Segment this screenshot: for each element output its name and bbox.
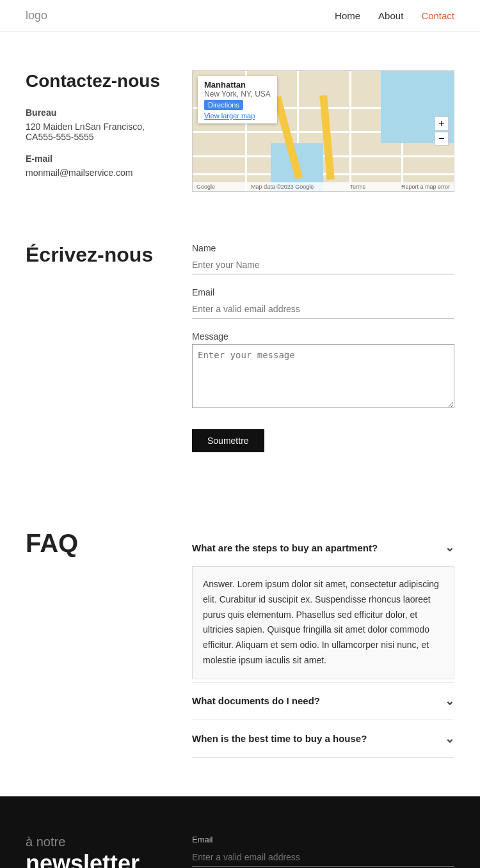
faq-title: FAQ [26, 529, 166, 558]
map-zoom-out[interactable]: − [435, 132, 449, 146]
message-textarea[interactable] [192, 344, 454, 408]
name-label: Name [192, 243, 454, 253]
newsletter-form: Email Soumettre [192, 835, 454, 868]
newsletter-small-label: à notre [26, 835, 166, 849]
map-larger-link[interactable]: View larger map [204, 112, 271, 120]
faq-question-3-text: When is the best time to buy a house? [192, 733, 367, 744]
faq-item-2: What documents do I need? ⌄ [192, 683, 454, 720]
map-zoom-controls: + − [435, 116, 449, 146]
contact-form: Name Email Message Soumettre [192, 243, 454, 452]
faq-question-1-text: What are the steps to buy an apartment? [192, 542, 378, 553]
contact-submit-button[interactable]: Soumettre [192, 429, 264, 452]
map-footer: Google Map data ©2023 Google Terms Repor… [193, 182, 454, 191]
map-terms[interactable]: Terms [349, 184, 365, 190]
email-group: Email [192, 287, 454, 319]
map-directions-btn[interactable]: Directions [204, 100, 243, 110]
contact-info: Contactez-nous Bureau 120 Maiden LnSan F… [26, 70, 166, 189]
name-input[interactable] [192, 256, 454, 274]
message-label: Message [192, 331, 454, 342]
map-info-box: Manhattan New York, NY, USA Directions V… [198, 76, 277, 123]
faq-question-2-text: What documents do I need? [192, 695, 320, 706]
logo: logo [26, 9, 47, 22]
faq-chevron-3-icon: ⌄ [445, 732, 454, 746]
map-data-label: Map data ©2023 Google [251, 184, 314, 190]
faq-answer-1: Answer. Lorem ipsum dolor sit amet, cons… [192, 566, 454, 679]
newsletter-section: à notre newsletter Email Soumettre [0, 796, 480, 868]
map-zoom-in[interactable]: + [435, 116, 449, 130]
email-field-input[interactable] [192, 300, 454, 319]
email-value: monmail@mailservice.com [26, 168, 166, 178]
email-field-label: Email [192, 287, 454, 297]
map-google-label: Google [196, 184, 215, 190]
nav-about[interactable]: About [378, 10, 403, 21]
faq-chevron-1-icon: ⌄ [445, 541, 454, 555]
faq-chevron-2-icon: ⌄ [445, 694, 454, 708]
write-section: Écrivez-nous Name Email Message Soumettr… [0, 217, 480, 491]
message-group: Message [192, 331, 454, 410]
faq-question-1[interactable]: What are the steps to buy an apartment? … [192, 529, 454, 566]
contact-info-section: Contactez-nous Bureau 120 Maiden LnSan F… [0, 32, 480, 217]
write-title: Écrivez-nous [26, 243, 166, 267]
newsletter-title-block: à notre newsletter [26, 835, 166, 868]
email-label: E-mail [26, 154, 166, 164]
map-container: Manhattan New York, NY, USA Directions V… [192, 70, 454, 192]
nav-home[interactable]: Home [335, 10, 360, 21]
contact-title: Contactez-nous [26, 70, 166, 92]
faq-items: What are the steps to buy an apartment? … [192, 529, 454, 758]
map-sub: New York, NY, USA [204, 90, 271, 99]
newsletter-email-label: Email [192, 835, 454, 844]
bureau-label: Bureau [26, 107, 166, 118]
bureau-address: 120 Maiden LnSan Francisco, CA555-555-55… [26, 122, 166, 142]
map-report[interactable]: Report a map error [401, 184, 450, 190]
nav-links: Home About Contact [335, 10, 454, 21]
map-place-name: Manhattan [204, 80, 271, 90]
faq-question-3[interactable]: When is the best time to buy a house? ⌄ [192, 720, 454, 757]
faq-section: FAQ What are the steps to buy an apartme… [0, 491, 480, 796]
nav-contact[interactable]: Contact [421, 10, 454, 21]
name-group: Name [192, 243, 454, 274]
faq-item-1: What are the steps to buy an apartment? … [192, 529, 454, 683]
newsletter-heading: newsletter [26, 849, 166, 868]
navbar: logo Home About Contact [0, 0, 480, 32]
newsletter-email-input[interactable] [192, 848, 454, 867]
faq-question-2[interactable]: What documents do I need? ⌄ [192, 683, 454, 720]
faq-item-3: When is the best time to buy a house? ⌄ [192, 720, 454, 758]
